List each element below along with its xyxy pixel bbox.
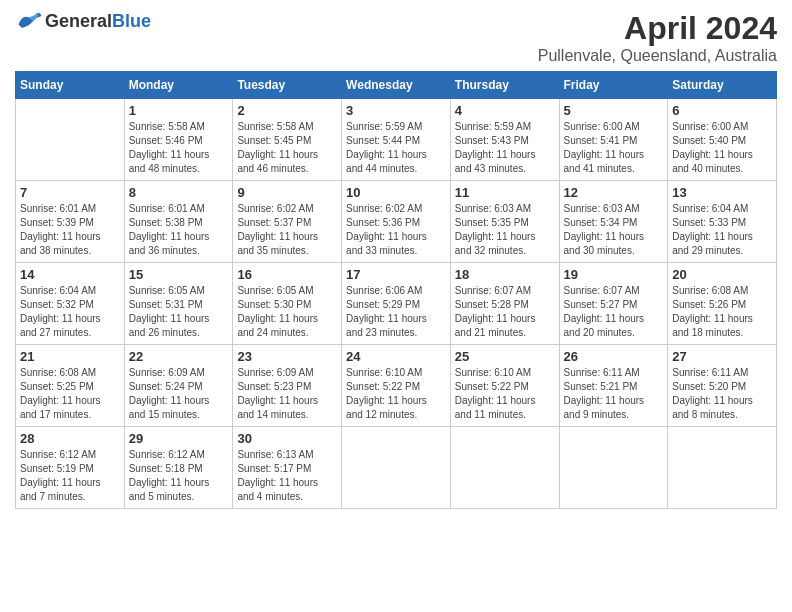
day-info: Sunrise: 6:02 AM Sunset: 5:36 PM Dayligh…: [346, 202, 446, 258]
day-cell: [668, 427, 777, 509]
day-cell: 11Sunrise: 6:03 AM Sunset: 5:35 PM Dayli…: [450, 181, 559, 263]
day-number: 8: [129, 185, 229, 200]
day-info: Sunrise: 6:04 AM Sunset: 5:33 PM Dayligh…: [672, 202, 772, 258]
week-row-2: 7Sunrise: 6:01 AM Sunset: 5:39 PM Daylig…: [16, 181, 777, 263]
day-cell: 24Sunrise: 6:10 AM Sunset: 5:22 PM Dayli…: [342, 345, 451, 427]
logo-text: GeneralBlue: [45, 11, 151, 32]
day-number: 19: [564, 267, 664, 282]
day-info: Sunrise: 6:08 AM Sunset: 5:25 PM Dayligh…: [20, 366, 120, 422]
day-info: Sunrise: 6:03 AM Sunset: 5:35 PM Dayligh…: [455, 202, 555, 258]
week-row-3: 14Sunrise: 6:04 AM Sunset: 5:32 PM Dayli…: [16, 263, 777, 345]
day-cell: 7Sunrise: 6:01 AM Sunset: 5:39 PM Daylig…: [16, 181, 125, 263]
day-cell: 21Sunrise: 6:08 AM Sunset: 5:25 PM Dayli…: [16, 345, 125, 427]
day-cell: 15Sunrise: 6:05 AM Sunset: 5:31 PM Dayli…: [124, 263, 233, 345]
day-number: 28: [20, 431, 120, 446]
day-number: 30: [237, 431, 337, 446]
day-number: 24: [346, 349, 446, 364]
header-day-tuesday: Tuesday: [233, 72, 342, 99]
day-number: 13: [672, 185, 772, 200]
day-number: 26: [564, 349, 664, 364]
day-cell: 28Sunrise: 6:12 AM Sunset: 5:19 PM Dayli…: [16, 427, 125, 509]
day-number: 17: [346, 267, 446, 282]
logo-bird-icon: [15, 10, 43, 32]
day-cell: 14Sunrise: 6:04 AM Sunset: 5:32 PM Dayli…: [16, 263, 125, 345]
day-info: Sunrise: 6:13 AM Sunset: 5:17 PM Dayligh…: [237, 448, 337, 504]
day-cell: 4Sunrise: 5:59 AM Sunset: 5:43 PM Daylig…: [450, 99, 559, 181]
day-number: 14: [20, 267, 120, 282]
day-number: 5: [564, 103, 664, 118]
calendar-table: SundayMondayTuesdayWednesdayThursdayFrid…: [15, 71, 777, 509]
day-number: 1: [129, 103, 229, 118]
day-number: 10: [346, 185, 446, 200]
day-cell: 18Sunrise: 6:07 AM Sunset: 5:28 PM Dayli…: [450, 263, 559, 345]
title-area: April 2024 Pullenvale, Queensland, Austr…: [538, 10, 777, 65]
day-number: 3: [346, 103, 446, 118]
day-number: 16: [237, 267, 337, 282]
logo-general: General: [45, 11, 112, 31]
day-number: 11: [455, 185, 555, 200]
header-day-friday: Friday: [559, 72, 668, 99]
day-cell: 17Sunrise: 6:06 AM Sunset: 5:29 PM Dayli…: [342, 263, 451, 345]
day-info: Sunrise: 6:08 AM Sunset: 5:26 PM Dayligh…: [672, 284, 772, 340]
day-info: Sunrise: 5:59 AM Sunset: 5:44 PM Dayligh…: [346, 120, 446, 176]
week-row-5: 28Sunrise: 6:12 AM Sunset: 5:19 PM Dayli…: [16, 427, 777, 509]
day-number: 25: [455, 349, 555, 364]
calendar-header: SundayMondayTuesdayWednesdayThursdayFrid…: [16, 72, 777, 99]
header-day-wednesday: Wednesday: [342, 72, 451, 99]
day-number: 20: [672, 267, 772, 282]
logo: GeneralBlue: [15, 10, 151, 32]
header-day-saturday: Saturday: [668, 72, 777, 99]
header-row: SundayMondayTuesdayWednesdayThursdayFrid…: [16, 72, 777, 99]
day-cell: 3Sunrise: 5:59 AM Sunset: 5:44 PM Daylig…: [342, 99, 451, 181]
day-number: 4: [455, 103, 555, 118]
day-number: 9: [237, 185, 337, 200]
day-info: Sunrise: 6:09 AM Sunset: 5:23 PM Dayligh…: [237, 366, 337, 422]
day-info: Sunrise: 6:12 AM Sunset: 5:19 PM Dayligh…: [20, 448, 120, 504]
day-info: Sunrise: 5:58 AM Sunset: 5:46 PM Dayligh…: [129, 120, 229, 176]
header-day-thursday: Thursday: [450, 72, 559, 99]
day-info: Sunrise: 6:10 AM Sunset: 5:22 PM Dayligh…: [455, 366, 555, 422]
day-info: Sunrise: 6:11 AM Sunset: 5:20 PM Dayligh…: [672, 366, 772, 422]
day-cell: 30Sunrise: 6:13 AM Sunset: 5:17 PM Dayli…: [233, 427, 342, 509]
header-day-monday: Monday: [124, 72, 233, 99]
day-cell: 27Sunrise: 6:11 AM Sunset: 5:20 PM Dayli…: [668, 345, 777, 427]
day-cell: 2Sunrise: 5:58 AM Sunset: 5:45 PM Daylig…: [233, 99, 342, 181]
day-cell: 29Sunrise: 6:12 AM Sunset: 5:18 PM Dayli…: [124, 427, 233, 509]
day-info: Sunrise: 6:03 AM Sunset: 5:34 PM Dayligh…: [564, 202, 664, 258]
day-cell: 1Sunrise: 5:58 AM Sunset: 5:46 PM Daylig…: [124, 99, 233, 181]
day-number: 18: [455, 267, 555, 282]
day-cell: 5Sunrise: 6:00 AM Sunset: 5:41 PM Daylig…: [559, 99, 668, 181]
day-number: 2: [237, 103, 337, 118]
day-cell: 9Sunrise: 6:02 AM Sunset: 5:37 PM Daylig…: [233, 181, 342, 263]
day-info: Sunrise: 5:58 AM Sunset: 5:45 PM Dayligh…: [237, 120, 337, 176]
location-title: Pullenvale, Queensland, Australia: [538, 47, 777, 65]
day-number: 22: [129, 349, 229, 364]
day-cell: [342, 427, 451, 509]
day-info: Sunrise: 6:06 AM Sunset: 5:29 PM Dayligh…: [346, 284, 446, 340]
day-cell: 10Sunrise: 6:02 AM Sunset: 5:36 PM Dayli…: [342, 181, 451, 263]
week-row-4: 21Sunrise: 6:08 AM Sunset: 5:25 PM Dayli…: [16, 345, 777, 427]
day-cell: 19Sunrise: 6:07 AM Sunset: 5:27 PM Dayli…: [559, 263, 668, 345]
logo-blue: Blue: [112, 11, 151, 31]
day-cell: 23Sunrise: 6:09 AM Sunset: 5:23 PM Dayli…: [233, 345, 342, 427]
day-number: 29: [129, 431, 229, 446]
day-info: Sunrise: 6:07 AM Sunset: 5:27 PM Dayligh…: [564, 284, 664, 340]
day-cell: 6Sunrise: 6:00 AM Sunset: 5:40 PM Daylig…: [668, 99, 777, 181]
day-cell: [559, 427, 668, 509]
header: GeneralBlue April 2024 Pullenvale, Queen…: [15, 10, 777, 65]
day-number: 15: [129, 267, 229, 282]
day-cell: 16Sunrise: 6:05 AM Sunset: 5:30 PM Dayli…: [233, 263, 342, 345]
day-cell: [16, 99, 125, 181]
day-number: 27: [672, 349, 772, 364]
day-info: Sunrise: 6:04 AM Sunset: 5:32 PM Dayligh…: [20, 284, 120, 340]
day-cell: 8Sunrise: 6:01 AM Sunset: 5:38 PM Daylig…: [124, 181, 233, 263]
day-cell: 22Sunrise: 6:09 AM Sunset: 5:24 PM Dayli…: [124, 345, 233, 427]
day-cell: 20Sunrise: 6:08 AM Sunset: 5:26 PM Dayli…: [668, 263, 777, 345]
day-info: Sunrise: 6:05 AM Sunset: 5:30 PM Dayligh…: [237, 284, 337, 340]
week-row-1: 1Sunrise: 5:58 AM Sunset: 5:46 PM Daylig…: [16, 99, 777, 181]
day-info: Sunrise: 6:12 AM Sunset: 5:18 PM Dayligh…: [129, 448, 229, 504]
day-info: Sunrise: 6:05 AM Sunset: 5:31 PM Dayligh…: [129, 284, 229, 340]
day-info: Sunrise: 6:07 AM Sunset: 5:28 PM Dayligh…: [455, 284, 555, 340]
calendar-body: 1Sunrise: 5:58 AM Sunset: 5:46 PM Daylig…: [16, 99, 777, 509]
day-number: 12: [564, 185, 664, 200]
